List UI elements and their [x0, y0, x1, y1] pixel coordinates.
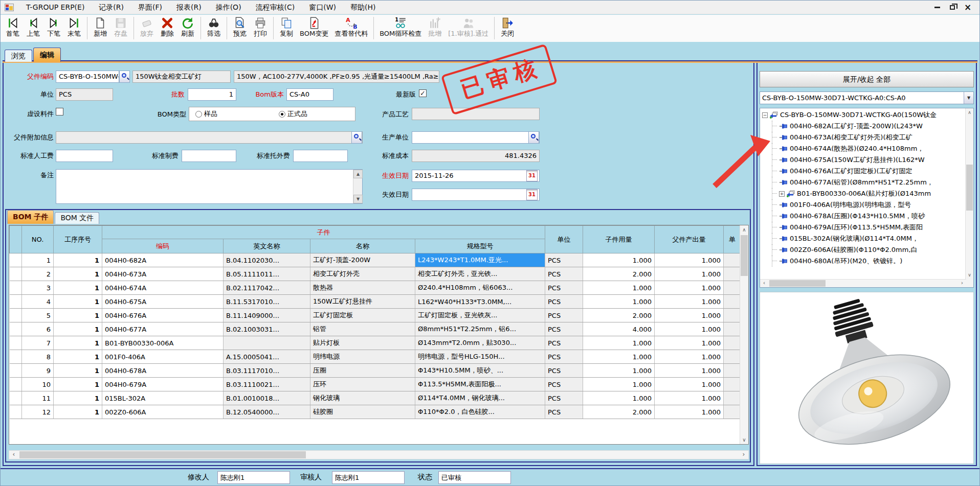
- cell-eng[interactable]: B.02.1003031...: [224, 322, 310, 336]
- cell-eng[interactable]: [224, 336, 310, 350]
- cell-eng[interactable]: B.03.1117010...: [224, 364, 310, 378]
- menu-item[interactable]: 流程审核(C): [249, 2, 302, 13]
- std-outsource-input[interactable]: [293, 150, 348, 162]
- cell-unit[interactable]: PCS: [545, 322, 583, 336]
- table-row[interactable]: 101004H0-679AB.03.1110021...压环Φ113.5*H5M…: [10, 378, 741, 391]
- table-row[interactable]: 11004H0-682AB.04.1102030...工矿灯-顶盖-200WL2…: [10, 253, 741, 267]
- scroll-right-icon[interactable]: ›: [739, 451, 748, 459]
- cell-proc[interactable]: 1: [54, 350, 102, 364]
- tree-node[interactable]: 004H0-676A(工矿灯固定板)(工矿灯固定: [760, 166, 956, 177]
- cell-spec[interactable]: Ø114*T4.0MM，钢化玻璃...: [415, 391, 545, 405]
- cell-qty[interactable]: 1.000: [583, 253, 655, 267]
- menu-item[interactable]: 报表(R): [169, 2, 209, 13]
- effective-date-input[interactable]: 2015-11-26: [412, 170, 540, 182]
- cell-extra[interactable]: [724, 350, 741, 364]
- bom-version-input[interactable]: CS-A0: [286, 88, 333, 101]
- cell-spec[interactable]: 明纬电源，型号HLG-150H...: [415, 350, 545, 364]
- subtab-bom-files[interactable]: BOM 文件: [55, 212, 99, 224]
- table-vertical-scrollbar[interactable]: ∧ ∨: [740, 225, 748, 444]
- cell-no[interactable]: 12: [22, 405, 54, 419]
- cell-name[interactable]: 钢化玻璃: [310, 391, 415, 405]
- minimize-button[interactable]: [929, 2, 945, 13]
- cell-no[interactable]: 8: [22, 350, 54, 364]
- cell-sel[interactable]: [10, 336, 22, 350]
- expire-date-calendar-icon[interactable]: 31: [526, 189, 538, 200]
- bom-version-dropdown[interactable]: CS-BYB-O-150MW-30D71-WCTKG-A0:CS-A0 ▼: [760, 91, 974, 104]
- cell-spec[interactable]: Φ143*H10.5MM，喷砂、...: [415, 364, 545, 378]
- cell-unit[interactable]: PCS: [545, 405, 583, 419]
- cell-unit[interactable]: PCS: [545, 391, 583, 405]
- tab-browse[interactable]: 浏览: [5, 50, 32, 62]
- cell-code[interactable]: 004H0-673A: [102, 267, 224, 281]
- chevron-down-icon[interactable]: ▼: [964, 92, 973, 104]
- cell-sel[interactable]: [10, 267, 22, 281]
- cell-spec[interactable]: Φ110*Φ2.0，白色硅胶...: [415, 405, 545, 419]
- toolbar-button-prev-record[interactable]: 上笔: [23, 16, 43, 38]
- cell-sel[interactable]: [10, 405, 22, 419]
- cell-proc[interactable]: 1: [54, 295, 102, 309]
- cell-eng[interactable]: B.11.5317010...: [224, 295, 310, 309]
- scroll-down-icon[interactable]: ▼: [353, 195, 363, 203]
- toolbar-button-delete[interactable]: 删除: [157, 16, 177, 38]
- scroll-up-icon[interactable]: ▲: [353, 170, 363, 178]
- subtab-bom-children[interactable]: BOM 子件: [7, 210, 54, 224]
- cell-sel[interactable]: [10, 309, 22, 322]
- table-row[interactable]: 91004H0-678AB.03.1117010...压圈Φ143*H10.5M…: [10, 364, 741, 378]
- table-horizontal-scrollbar[interactable]: ‹ ›: [9, 450, 749, 459]
- toolbar-button-bom-change[interactable]: BOM变更: [297, 16, 331, 38]
- cell-sel[interactable]: [10, 364, 22, 378]
- cell-qty[interactable]: 1.000: [583, 391, 655, 405]
- cell-code[interactable]: 004H0-682A: [102, 253, 224, 267]
- cell-no[interactable]: 11: [22, 391, 54, 405]
- col-header-code[interactable]: 编码: [102, 239, 224, 253]
- cell-extra[interactable]: [724, 378, 741, 391]
- cell-spec[interactable]: 相变工矿灯外壳，亚光铁...: [415, 267, 545, 281]
- toolbar-button-bom-loop-check[interactable]: BOM循环检查: [376, 16, 425, 38]
- scroll-up-icon[interactable]: ∧: [740, 225, 748, 234]
- cell-no[interactable]: 7: [22, 336, 54, 350]
- menu-item[interactable]: T-GROUP ERP(E): [19, 2, 92, 13]
- collapse-box-icon[interactable]: −: [762, 112, 768, 118]
- col-header-proc[interactable]: 工序序号: [54, 226, 102, 253]
- col-header-no[interactable]: NO.: [22, 226, 54, 253]
- cell-unit[interactable]: PCS: [545, 378, 583, 391]
- toolbar-button-refresh[interactable]: 刷新: [177, 16, 198, 38]
- cell-extra[interactable]: [724, 336, 741, 350]
- batch-input[interactable]: 1: [188, 88, 236, 101]
- cell-extra[interactable]: [724, 281, 741, 295]
- tree-node[interactable]: −CS-BYB-O-150MW-30D71-WCTKG-A0(150W钛金: [760, 109, 956, 121]
- std-mfg-input[interactable]: [182, 150, 236, 162]
- tree-node[interactable]: 004H0-675A(150W工矿灯悬挂件)(L162*W: [760, 154, 956, 166]
- cell-qty[interactable]: 2.000: [583, 267, 655, 281]
- col-header-qty[interactable]: 子件用量: [583, 226, 655, 253]
- cell-proc[interactable]: 1: [54, 253, 102, 267]
- cell-sel[interactable]: [10, 295, 22, 309]
- expand-collapse-all-button[interactable]: 展开/收起 全部: [760, 71, 974, 87]
- prod-unit-lookup-button[interactable]: [528, 131, 539, 144]
- cell-extra[interactable]: [724, 391, 741, 405]
- table-row[interactable]: 81001F0-406AA.15.0005041...明纬电源明纬电源，型号HL…: [10, 350, 741, 364]
- cell-unit[interactable]: PCS: [545, 364, 583, 378]
- tree-node[interactable]: 004H0-682A(工矿灯-顶盖-200W)(L243*W: [760, 121, 956, 132]
- cell-sel[interactable]: [10, 281, 22, 295]
- cell-unit[interactable]: PCS: [545, 295, 583, 309]
- cell-proc[interactable]: 1: [54, 378, 102, 391]
- table-row[interactable]: 61004H0-677AB.02.1003031...铝管Ø8mm*H51*T2…: [10, 322, 741, 336]
- cell-code[interactable]: B01-BYB00330-006A: [102, 336, 224, 350]
- cell-qty[interactable]: 1.000: [583, 350, 655, 364]
- cell-proc[interactable]: 1: [54, 364, 102, 378]
- cell-qty[interactable]: 1.000: [583, 378, 655, 391]
- cell-spec[interactable]: L243*W243*T1.0MM.亚光...: [415, 253, 545, 267]
- cell-name[interactable]: 150W工矿灯悬挂件: [310, 295, 415, 309]
- cell-no[interactable]: 1: [22, 253, 54, 267]
- cell-extra[interactable]: [724, 295, 741, 309]
- tree-node[interactable]: 004H0-679A(压环)(Φ113.5*H5MM,表面阳: [760, 222, 956, 233]
- toolbar-button-preview[interactable]: 预览: [230, 16, 250, 38]
- scroll-up-icon[interactable]: ∧: [966, 108, 973, 117]
- prod-unit-input[interactable]: [412, 131, 540, 144]
- cell-qty[interactable]: 2.000: [583, 405, 655, 419]
- cell-code[interactable]: 004H0-677A: [102, 322, 224, 336]
- cell-code[interactable]: 004H0-679A: [102, 378, 224, 391]
- tree-node[interactable]: 004H0-677A(铝管)(Ø8mm*H51*T2.25mm，: [760, 177, 956, 188]
- cell-unit[interactable]: PCS: [545, 350, 583, 364]
